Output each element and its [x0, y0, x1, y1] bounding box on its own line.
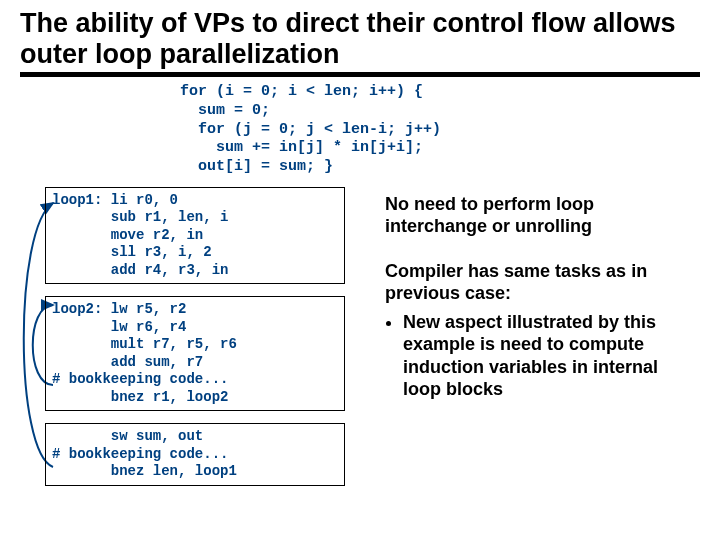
- note-1: No need to perform loop interchange or u…: [385, 193, 700, 238]
- page-title: The ability of VPs to direct their contr…: [20, 8, 700, 77]
- note-2-intro: Compiler has same tasks as in previous c…: [385, 260, 700, 305]
- asm-code: sw sum, out # bookkeeping code... bnez l…: [52, 428, 338, 481]
- notes-column: No need to perform loop interchange or u…: [345, 187, 700, 498]
- asm-code: loop1: li r0, 0 sub r1, len, i move r2, …: [52, 192, 338, 280]
- note-2-bullet: New aspect illustrated by this example i…: [403, 311, 700, 401]
- asm-block-epilogue: sw sum, out # bookkeeping code... bnez l…: [45, 423, 345, 486]
- asm-block-loop2: loop2: lw r5, r2 lw r6, r4 mult r7, r5, …: [45, 296, 345, 411]
- asm-column: loop1: li r0, 0 sub r1, len, i move r2, …: [20, 187, 345, 498]
- c-code-block: for (i = 0; i < len; i++) { sum = 0; for…: [180, 83, 700, 177]
- asm-block-loop1: loop1: li r0, 0 sub r1, len, i move r2, …: [45, 187, 345, 285]
- asm-code: loop2: lw r5, r2 lw r6, r4 mult r7, r5, …: [52, 301, 338, 406]
